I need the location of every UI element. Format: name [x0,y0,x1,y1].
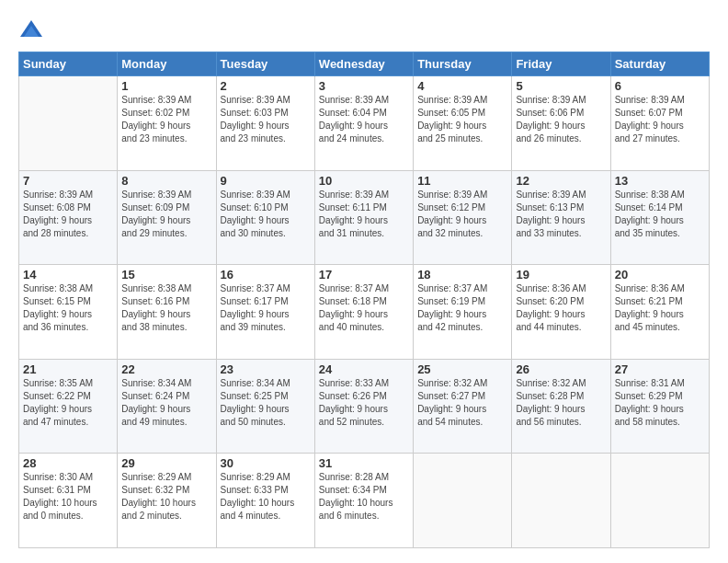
day-number: 2 [221,79,311,93]
day-info: Sunrise: 8:31 AMSunset: 6:29 PMDaylight:… [615,377,705,429]
day-cell: 7Sunrise: 8:39 AMSunset: 6:08 PMDaylight… [19,170,118,265]
day-number: 31 [319,456,409,470]
day-cell: 28Sunrise: 8:30 AMSunset: 6:31 PMDayligh… [19,454,118,548]
day-number: 1 [121,79,211,93]
day-cell: 16Sunrise: 8:37 AMSunset: 6:17 PMDayligh… [216,265,314,360]
week-row-3: 14Sunrise: 8:38 AMSunset: 6:15 PMDayligh… [19,265,710,360]
day-cell: 25Sunrise: 8:32 AMSunset: 6:27 PMDayligh… [414,359,512,454]
week-row-2: 7Sunrise: 8:39 AMSunset: 6:08 PMDaylight… [19,170,710,265]
day-info: Sunrise: 8:33 AMSunset: 6:26 PMDaylight:… [319,377,409,429]
day-info: Sunrise: 8:39 AMSunset: 6:03 PMDaylight:… [221,94,311,145]
day-info: Sunrise: 8:37 AMSunset: 6:18 PMDaylight:… [319,282,409,334]
day-cell: 31Sunrise: 8:28 AMSunset: 6:34 PMDayligh… [314,454,413,548]
day-info: Sunrise: 8:35 AMSunset: 6:22 PMDaylight:… [23,377,113,429]
day-cell: 18Sunrise: 8:37 AMSunset: 6:19 PMDayligh… [414,265,512,360]
logo [18,18,48,44]
day-info: Sunrise: 8:37 AMSunset: 6:17 PMDaylight:… [221,282,311,334]
day-cell: 17Sunrise: 8:37 AMSunset: 6:18 PMDayligh… [314,265,413,360]
day-info: Sunrise: 8:39 AMSunset: 6:02 PMDaylight:… [121,94,211,145]
day-info: Sunrise: 8:39 AMSunset: 6:12 PMDaylight:… [417,189,507,240]
day-cell: 9Sunrise: 8:39 AMSunset: 6:10 PMDaylight… [216,170,314,265]
day-cell [512,454,610,548]
day-cell: 1Sunrise: 8:39 AMSunset: 6:02 PMDaylight… [118,76,216,171]
day-cell: 5Sunrise: 8:39 AMSunset: 6:06 PMDaylight… [512,76,610,171]
day-cell [19,76,118,171]
day-number: 8 [121,174,211,188]
day-cell: 6Sunrise: 8:39 AMSunset: 6:07 PMDaylight… [610,76,709,171]
day-cell: 10Sunrise: 8:39 AMSunset: 6:11 PMDayligh… [314,170,413,265]
day-info: Sunrise: 8:34 AMSunset: 6:24 PMDaylight:… [121,377,211,429]
day-info: Sunrise: 8:39 AMSunset: 6:09 PMDaylight:… [121,189,211,240]
day-number: 20 [615,268,705,282]
day-info: Sunrise: 8:39 AMSunset: 6:07 PMDaylight:… [615,94,705,145]
day-info: Sunrise: 8:30 AMSunset: 6:31 PMDaylight:… [23,471,113,523]
day-cell: 3Sunrise: 8:39 AMSunset: 6:04 PMDaylight… [314,76,413,171]
day-cell: 11Sunrise: 8:39 AMSunset: 6:12 PMDayligh… [414,170,512,265]
day-info: Sunrise: 8:39 AMSunset: 6:10 PMDaylight:… [221,189,311,240]
day-cell: 14Sunrise: 8:38 AMSunset: 6:15 PMDayligh… [19,265,118,360]
day-info: Sunrise: 8:39 AMSunset: 6:06 PMDaylight:… [516,94,606,145]
day-info: Sunrise: 8:29 AMSunset: 6:33 PMDaylight:… [221,471,311,523]
day-cell: 22Sunrise: 8:34 AMSunset: 6:24 PMDayligh… [118,359,216,454]
day-cell: 27Sunrise: 8:31 AMSunset: 6:29 PMDayligh… [610,359,709,454]
day-info: Sunrise: 8:39 AMSunset: 6:04 PMDaylight:… [319,94,409,145]
day-info: Sunrise: 8:38 AMSunset: 6:16 PMDaylight:… [121,282,211,334]
column-header-monday: Monday [118,52,216,76]
day-number: 3 [319,79,409,93]
day-cell: 21Sunrise: 8:35 AMSunset: 6:22 PMDayligh… [19,359,118,454]
day-info: Sunrise: 8:29 AMSunset: 6:32 PMDaylight:… [121,471,211,523]
logo-icon [18,18,44,44]
day-number: 27 [615,362,705,376]
day-info: Sunrise: 8:32 AMSunset: 6:27 PMDaylight:… [417,377,507,429]
day-number: 5 [516,79,606,93]
day-number: 28 [23,456,113,470]
day-number: 14 [23,268,113,282]
day-number: 24 [319,362,409,376]
day-number: 10 [319,174,409,188]
column-header-thursday: Thursday [414,52,512,76]
day-cell [610,454,709,548]
day-number: 15 [121,268,211,282]
day-number: 22 [121,362,211,376]
day-number: 23 [221,362,311,376]
day-info: Sunrise: 8:38 AMSunset: 6:15 PMDaylight:… [23,282,113,334]
day-cell: 20Sunrise: 8:36 AMSunset: 6:21 PMDayligh… [610,265,709,360]
day-cell: 24Sunrise: 8:33 AMSunset: 6:26 PMDayligh… [314,359,413,454]
column-header-wednesday: Wednesday [314,52,413,76]
day-cell: 13Sunrise: 8:38 AMSunset: 6:14 PMDayligh… [610,170,709,265]
day-cell: 2Sunrise: 8:39 AMSunset: 6:03 PMDaylight… [216,76,314,171]
day-number: 18 [417,268,507,282]
day-number: 29 [121,456,211,470]
calendar: SundayMondayTuesdayWednesdayThursdayFrid… [18,52,710,548]
day-number: 12 [516,174,606,188]
day-number: 13 [615,174,705,188]
day-number: 7 [23,174,113,188]
day-info: Sunrise: 8:37 AMSunset: 6:19 PMDaylight:… [417,282,507,334]
column-header-tuesday: Tuesday [216,52,314,76]
week-row-4: 21Sunrise: 8:35 AMSunset: 6:22 PMDayligh… [19,359,710,454]
day-info: Sunrise: 8:34 AMSunset: 6:25 PMDaylight:… [221,377,311,429]
day-number: 9 [221,174,311,188]
day-cell [414,454,512,548]
day-info: Sunrise: 8:38 AMSunset: 6:14 PMDaylight:… [615,189,705,240]
day-info: Sunrise: 8:39 AMSunset: 6:11 PMDaylight:… [319,189,409,240]
day-cell: 15Sunrise: 8:38 AMSunset: 6:16 PMDayligh… [118,265,216,360]
day-number: 21 [23,362,113,376]
day-number: 17 [319,268,409,282]
day-info: Sunrise: 8:39 AMSunset: 6:05 PMDaylight:… [417,94,507,145]
day-cell: 30Sunrise: 8:29 AMSunset: 6:33 PMDayligh… [216,454,314,548]
day-cell: 26Sunrise: 8:32 AMSunset: 6:28 PMDayligh… [512,359,610,454]
column-header-sunday: Sunday [19,52,118,76]
week-row-1: 1Sunrise: 8:39 AMSunset: 6:02 PMDaylight… [19,76,710,171]
day-number: 26 [516,362,606,376]
day-number: 4 [417,79,507,93]
column-header-friday: Friday [512,52,610,76]
day-number: 11 [417,174,507,188]
day-number: 16 [221,268,311,282]
day-info: Sunrise: 8:39 AMSunset: 6:08 PMDaylight:… [23,189,113,240]
day-cell: 4Sunrise: 8:39 AMSunset: 6:05 PMDaylight… [414,76,512,171]
day-info: Sunrise: 8:28 AMSunset: 6:34 PMDaylight:… [319,471,409,523]
day-number: 30 [221,456,311,470]
day-info: Sunrise: 8:36 AMSunset: 6:21 PMDaylight:… [615,282,705,334]
day-cell: 8Sunrise: 8:39 AMSunset: 6:09 PMDaylight… [118,170,216,265]
